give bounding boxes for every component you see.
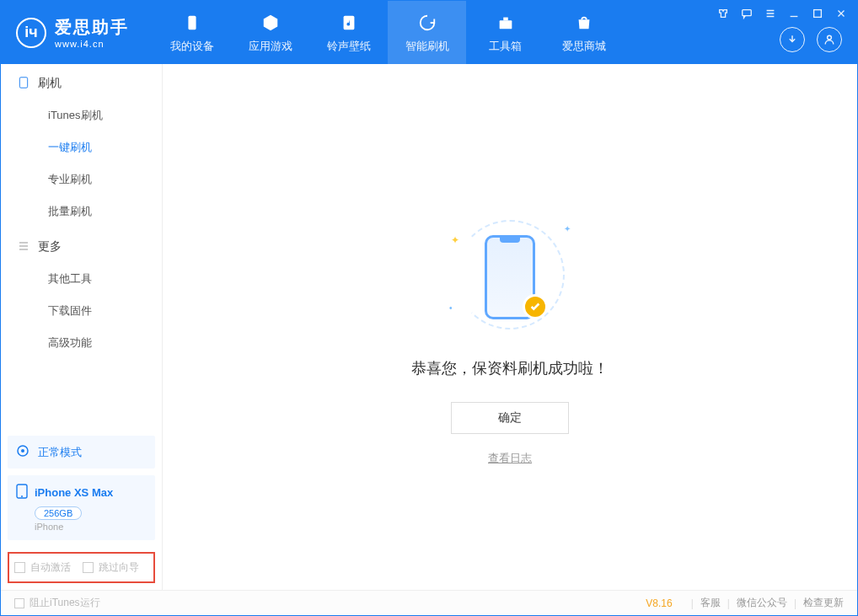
device-info-box[interactable]: iPhone XS Max 256GB iPhone bbox=[8, 475, 155, 540]
sidebar-group-flash-label: 刷机 bbox=[38, 76, 62, 91]
svg-rect-3 bbox=[503, 17, 508, 20]
sparkle-icon: ✦ bbox=[451, 234, 459, 246]
version-label: V8.16 bbox=[646, 597, 672, 609]
nav-tab-my-device[interactable]: 我的设备 bbox=[153, 1, 231, 64]
checkbox-auto-activate-label: 自动激活 bbox=[30, 560, 71, 575]
window-controls bbox=[716, 6, 849, 21]
nav-tab-label: 爱思商城 bbox=[562, 39, 606, 54]
sidebar-item-itunes-flash[interactable]: iTunes刷机 bbox=[1, 99, 162, 131]
nav-tab-ringtones-wallpapers[interactable]: 铃声壁纸 bbox=[309, 1, 388, 64]
checkbox-block-itunes-label: 阻止iTunes运行 bbox=[29, 596, 100, 610]
skin-icon[interactable] bbox=[716, 6, 731, 21]
cube-icon bbox=[260, 12, 282, 34]
flash-options-highlighted: 自动激活 跳过向导 bbox=[8, 552, 155, 583]
phone-icon bbox=[181, 12, 203, 34]
nav-tab-smart-flash[interactable]: 智能刷机 bbox=[388, 1, 466, 64]
success-message: 恭喜您，保资料刷机成功啦！ bbox=[411, 358, 609, 378]
nav-tab-label: 我的设备 bbox=[170, 39, 214, 54]
refresh-shield-icon bbox=[416, 12, 438, 34]
checkbox-icon bbox=[83, 562, 94, 573]
user-icon[interactable] bbox=[817, 27, 842, 52]
footer-link-support[interactable]: 客服 bbox=[700, 596, 721, 610]
footer-link-wechat[interactable]: 微信公众号 bbox=[737, 596, 787, 610]
sidebar-item-oneclick-flash[interactable]: 一键刷机 bbox=[1, 131, 162, 163]
nav-tab-store[interactable]: 爱思商城 bbox=[544, 1, 623, 64]
sidebar-item-other-tools[interactable]: 其他工具 bbox=[1, 263, 162, 295]
device-capacity: 256GB bbox=[35, 506, 82, 520]
app-header: iч 爱思助手 www.i4.cn 我的设备 应用游戏 铃声壁纸 bbox=[1, 1, 857, 64]
checkbox-icon bbox=[14, 562, 25, 573]
shopping-bag-icon bbox=[573, 12, 595, 34]
footer-bar: 阻止iTunes运行 V8.16 | 客服 | 微信公众号 | 检查更新 bbox=[1, 590, 857, 615]
checkbox-auto-activate[interactable]: 自动激活 bbox=[14, 560, 71, 575]
device-type: iPhone bbox=[35, 522, 147, 532]
footer-link-check-update[interactable]: 检查更新 bbox=[803, 596, 844, 610]
music-file-icon bbox=[338, 12, 360, 34]
device-mode-label: 正常模式 bbox=[38, 445, 82, 460]
ok-button[interactable]: 确定 bbox=[451, 402, 569, 434]
success-illustration: ✦ ✦ • bbox=[442, 216, 577, 338]
sidebar-item-batch-flash[interactable]: 批量刷机 bbox=[1, 196, 162, 228]
nav-tab-toolbox[interactable]: 工具箱 bbox=[466, 1, 544, 64]
sidebar-group-flash: 刷机 bbox=[1, 64, 162, 99]
mode-spin-icon bbox=[16, 444, 29, 460]
sidebar-item-pro-flash[interactable]: 专业刷机 bbox=[1, 163, 162, 196]
nav-tab-label: 工具箱 bbox=[489, 39, 522, 54]
sidebar-group-more: 更多 bbox=[1, 228, 162, 263]
nav-tab-label: 铃声壁纸 bbox=[327, 39, 371, 54]
view-log-link[interactable]: 查看日志 bbox=[488, 451, 532, 466]
app-name: 爱思助手 bbox=[55, 16, 129, 39]
feedback-icon[interactable] bbox=[739, 6, 754, 21]
phone-outline-icon bbox=[18, 77, 29, 91]
checkbox-skip-guide[interactable]: 跳过向导 bbox=[83, 560, 139, 575]
header-right-icons bbox=[780, 27, 842, 52]
toolbox-icon bbox=[495, 12, 517, 34]
svg-rect-2 bbox=[499, 20, 512, 29]
logo-area: iч 爱思助手 www.i4.cn bbox=[1, 1, 144, 64]
sidebar-group-more-label: 更多 bbox=[38, 239, 62, 254]
nav-tab-label: 智能刷机 bbox=[405, 39, 449, 54]
device-name: iPhone XS Max bbox=[35, 486, 113, 499]
sidebar-item-download-firmware[interactable]: 下载固件 bbox=[1, 295, 162, 327]
nav-tab-label: 应用游戏 bbox=[249, 39, 292, 54]
app-url: www.i4.cn bbox=[55, 39, 129, 49]
sidebar-item-advanced[interactable]: 高级功能 bbox=[1, 327, 162, 359]
menu-icon[interactable] bbox=[763, 6, 778, 21]
main-content: ✦ ✦ • 恭喜您，保资料刷机成功啦！ 确定 查看日志 bbox=[163, 64, 857, 590]
checkbox-icon bbox=[14, 598, 24, 608]
device-mode-box[interactable]: 正常模式 bbox=[8, 436, 155, 469]
success-check-icon bbox=[523, 294, 548, 319]
body-area: 刷机 iTunes刷机 一键刷机 专业刷机 批量刷机 更多 其他工具 下载固件 … bbox=[1, 64, 857, 590]
checkbox-skip-guide-label: 跳过向导 bbox=[99, 560, 139, 575]
sidebar: 刷机 iTunes刷机 一键刷机 专业刷机 批量刷机 更多 其他工具 下载固件 … bbox=[1, 64, 163, 590]
sparkle-icon: ✦ bbox=[564, 224, 571, 233]
checkbox-block-itunes[interactable]: 阻止iTunes运行 bbox=[14, 596, 100, 610]
nav-tabs: 我的设备 应用游戏 铃声壁纸 智能刷机 工具箱 bbox=[153, 1, 623, 64]
svg-point-11 bbox=[21, 495, 23, 497]
sparkle-icon: • bbox=[449, 303, 453, 313]
svg-rect-0 bbox=[188, 15, 196, 29]
svg-point-9 bbox=[21, 449, 24, 453]
app-logo-icon: iч bbox=[16, 18, 46, 48]
svg-rect-4 bbox=[743, 10, 752, 16]
close-icon[interactable] bbox=[834, 6, 849, 21]
download-icon[interactable] bbox=[780, 27, 805, 52]
svg-rect-7 bbox=[19, 77, 27, 87]
svg-rect-5 bbox=[814, 10, 822, 18]
device-phone-icon bbox=[16, 484, 28, 501]
minimize-icon[interactable] bbox=[786, 6, 802, 21]
list-icon bbox=[18, 240, 29, 254]
svg-point-6 bbox=[828, 35, 832, 40]
nav-tab-apps-games[interactable]: 应用游戏 bbox=[231, 1, 309, 64]
maximize-icon[interactable] bbox=[810, 6, 825, 21]
